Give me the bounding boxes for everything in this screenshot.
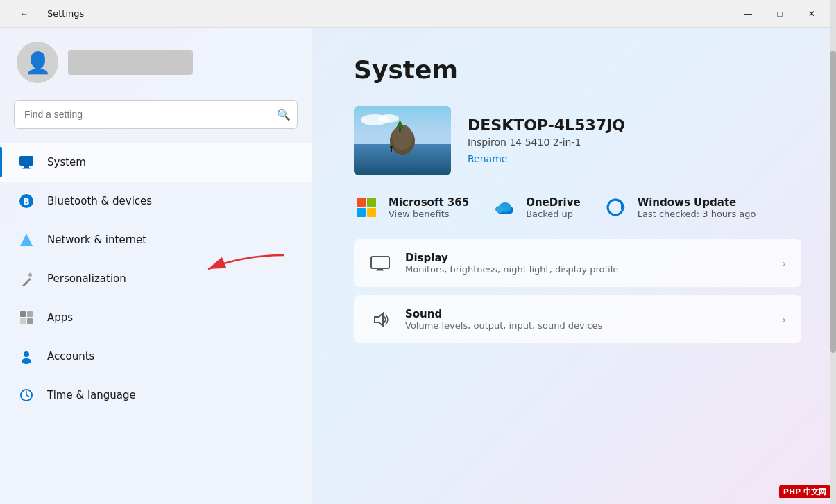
windows-update-card[interactable]: Windows Update Last checked: 3 hours ago xyxy=(603,195,756,220)
device-rename-link[interactable]: Rename xyxy=(468,153,507,164)
back-button[interactable]: ← xyxy=(8,3,40,25)
user-icon: 👤 xyxy=(25,51,51,75)
network-icon xyxy=(17,230,36,250)
page-title: System xyxy=(354,55,801,84)
scrollbar-thumb[interactable] xyxy=(830,51,836,353)
display-title: Display xyxy=(405,252,768,264)
sound-icon xyxy=(369,309,391,331)
sidebar-item-label-network: Network & internet xyxy=(47,234,146,246)
search-input[interactable] xyxy=(14,100,298,129)
sidebar-item-personalization[interactable]: Personalization xyxy=(0,259,312,298)
ms365-icon xyxy=(354,195,379,220)
ms365-sub: View benefits xyxy=(389,209,469,219)
svg-point-22 xyxy=(378,114,399,123)
sidebar: 👤 🔍 System xyxy=(0,28,312,504)
search-icon-button[interactable]: 🔍 xyxy=(277,108,291,121)
svg-rect-6 xyxy=(22,278,31,286)
sidebar-item-label-apps: Apps xyxy=(47,311,73,324)
sidebar-item-time[interactable]: Time & language xyxy=(0,376,312,415)
display-desc: Monitors, brightness, night light, displ… xyxy=(405,264,768,275)
info-cards: Microsoft 365 View benefits OneDrive Bac… xyxy=(354,195,801,220)
minimize-button[interactable]: — xyxy=(732,3,764,25)
time-icon xyxy=(17,385,36,405)
onedrive-card[interactable]: OneDrive Backed up xyxy=(491,195,581,220)
app-container: 👤 🔍 System xyxy=(0,28,836,504)
scrollbar-track[interactable] xyxy=(830,28,836,504)
user-name-placeholder xyxy=(68,50,193,75)
onedrive-title: OneDrive xyxy=(526,196,581,209)
svg-rect-9 xyxy=(27,311,33,317)
sidebar-item-bluetooth[interactable]: B Bluetooth & devices xyxy=(0,182,312,220)
settings-item-display[interactable]: Display Monitors, brightness, night ligh… xyxy=(354,239,801,287)
sidebar-item-label-personalization: Personalization xyxy=(47,272,126,285)
sidebar-item-label-system: System xyxy=(47,156,86,168)
sidebar-item-system[interactable]: System xyxy=(0,143,312,182)
bluetooth-icon: B xyxy=(17,191,36,211)
svg-rect-10 xyxy=(20,318,26,324)
sidebar-item-label-time: Time & language xyxy=(47,389,136,401)
sidebar-item-label-accounts: Accounts xyxy=(47,350,94,363)
settings-list: Display Monitors, brightness, night ligh… xyxy=(354,239,801,343)
svg-rect-36 xyxy=(377,268,383,270)
windows-update-icon xyxy=(603,195,628,220)
svg-point-12 xyxy=(24,351,29,357)
device-name: DESKTOP-4L537JQ xyxy=(468,116,801,134)
titlebar-left: ← Settings xyxy=(8,3,84,25)
maximize-button[interactable]: □ xyxy=(764,3,796,25)
svg-marker-5 xyxy=(20,234,33,246)
svg-rect-1 xyxy=(24,166,29,168)
device-model: Inspiron 14 5410 2-in-1 xyxy=(468,137,801,148)
avatar: 👤 xyxy=(17,42,58,83)
titlebar: ← Settings — □ ✕ xyxy=(0,0,836,28)
ms365-title: Microsoft 365 xyxy=(389,196,469,209)
device-info: DESKTOP-4L537JQ Inspiron 14 5410 2-in-1 … xyxy=(468,116,801,165)
windows-update-title: Windows Update xyxy=(638,196,756,209)
svg-rect-7 xyxy=(28,272,33,277)
settings-item-sound[interactable]: Sound Volume levels, output, input, soun… xyxy=(354,295,801,343)
user-section: 👤 xyxy=(0,42,312,100)
display-icon xyxy=(369,252,391,275)
personalization-icon xyxy=(17,269,36,288)
sidebar-item-label-bluetooth: Bluetooth & devices xyxy=(47,195,152,207)
svg-rect-0 xyxy=(19,156,33,166)
svg-rect-37 xyxy=(376,270,384,271)
svg-text:B: B xyxy=(23,196,30,207)
device-image xyxy=(354,106,451,175)
svg-point-24 xyxy=(392,125,413,150)
svg-point-32 xyxy=(495,206,504,213)
apps-icon xyxy=(17,308,36,327)
sound-title: Sound xyxy=(405,308,768,320)
search-icon: 🔍 xyxy=(277,109,291,121)
svg-point-28 xyxy=(390,146,393,148)
device-card: DESKTOP-4L537JQ Inspiron 14 5410 2-in-1 … xyxy=(354,106,801,175)
windows-update-sub: Last checked: 3 hours ago xyxy=(638,209,756,219)
sidebar-item-network[interactable]: Network & internet xyxy=(0,220,312,259)
titlebar-controls: — □ ✕ xyxy=(732,3,828,25)
svg-point-13 xyxy=(22,358,31,364)
svg-rect-11 xyxy=(27,318,33,324)
display-chevron-icon: › xyxy=(782,258,786,269)
svg-rect-8 xyxy=(20,311,26,317)
onedrive-sub: Backed up xyxy=(526,209,581,219)
svg-marker-38 xyxy=(375,313,383,326)
svg-rect-2 xyxy=(22,168,31,169)
svg-rect-35 xyxy=(371,257,389,268)
sound-desc: Volume levels, output, input, sound devi… xyxy=(405,320,768,331)
sidebar-item-apps[interactable]: Apps xyxy=(0,298,312,337)
device-wallpaper xyxy=(354,106,451,175)
main-content: System xyxy=(312,28,836,504)
sidebar-item-accounts[interactable]: Accounts xyxy=(0,337,312,376)
onedrive-icon xyxy=(491,195,516,220)
search-box: 🔍 xyxy=(14,100,298,129)
nav-items: System B Bluetooth & devices Network xyxy=(0,143,312,504)
accounts-icon xyxy=(17,347,36,366)
php-badge: PHP 中文网 xyxy=(779,485,830,498)
titlebar-title: Settings xyxy=(47,8,84,19)
ms365-card[interactable]: Microsoft 365 View benefits xyxy=(354,195,469,220)
sound-chevron-icon: › xyxy=(782,314,786,325)
system-icon xyxy=(17,153,36,172)
close-button[interactable]: ✕ xyxy=(796,3,828,25)
